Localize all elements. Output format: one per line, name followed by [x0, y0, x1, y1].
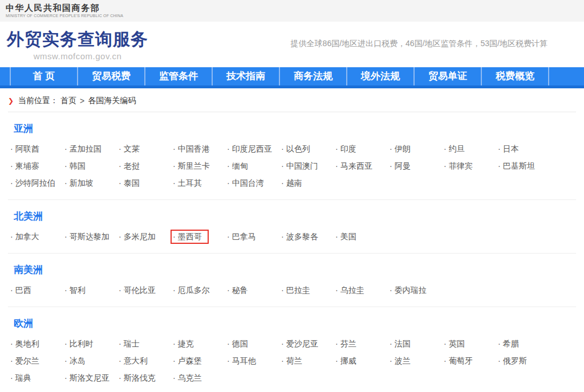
bullet-icon: ·: [64, 178, 67, 187]
country-link[interactable]: ·卢森堡: [171, 354, 209, 368]
country-link[interactable]: ·瑞典: [8, 371, 38, 385]
bullet-icon: ·: [173, 178, 176, 187]
country-link[interactable]: ·新加坡: [62, 176, 100, 190]
country-link[interactable]: ·柬埔寨: [8, 159, 46, 173]
country-link[interactable]: ·菲律宾: [441, 159, 480, 173]
nav-filler: [548, 67, 584, 85]
country-label: 墨西哥: [178, 232, 202, 241]
bullet-icon: ·: [227, 339, 230, 348]
country-link[interactable]: ·伊朗: [387, 142, 417, 156]
country-link[interactable]: ·冰岛: [62, 354, 92, 368]
country-link[interactable]: ·孟加拉国: [62, 142, 108, 156]
country-link[interactable]: ·荷兰: [279, 354, 309, 368]
breadcrumb-arrow-icon: ❯: [8, 97, 14, 105]
country-link[interactable]: ·巴西: [8, 283, 38, 297]
bullet-icon: ·: [335, 144, 338, 153]
country-list: ·巴西 ·智利 ·哥伦比亚 ·厄瓜多尔: [8, 283, 576, 297]
nav-item[interactable]: 监管条件: [144, 67, 212, 85]
bullet-icon: ·: [444, 356, 447, 365]
country-link[interactable]: ·秘鲁: [225, 283, 255, 297]
country-link[interactable]: ·泰国: [116, 176, 147, 190]
country-link[interactable]: ·巴拿马: [225, 230, 263, 244]
country-label: 乌克兰: [178, 373, 202, 382]
country-link[interactable]: ·委内瑞拉: [387, 283, 433, 297]
country-link[interactable]: ·巴基斯坦: [496, 159, 542, 173]
continent-section: 北美洲 ·加拿大 ·哥斯达黎加 ·多米尼加: [8, 199, 576, 253]
country-link[interactable]: ·马来西亚: [333, 159, 379, 173]
site-title[interactable]: 外贸实务查询服务: [7, 28, 148, 50]
nav-item[interactable]: 首 页: [10, 67, 77, 85]
country-link[interactable]: ·法国: [387, 337, 417, 351]
country-cell: ·智利: [62, 283, 116, 297]
bullet-icon: ·: [227, 161, 230, 170]
country-link[interactable]: ·英国: [441, 337, 472, 351]
country-link[interactable]: ·多米尼加: [116, 230, 163, 244]
country-link[interactable]: ·德国: [225, 337, 255, 351]
country-link[interactable]: ·中国澳门: [279, 159, 325, 173]
country-link[interactable]: ·捷克: [171, 337, 201, 351]
country-link[interactable]: ·韩国: [62, 159, 92, 173]
bullet-icon: ·: [10, 339, 13, 348]
country-link[interactable]: ·美国: [333, 230, 363, 244]
country-link[interactable]: ·老挝: [116, 159, 147, 173]
country-link[interactable]: ·约旦: [441, 142, 472, 156]
country-link[interactable]: ·中国台湾: [225, 176, 271, 190]
site-brand[interactable]: 外贸实务查询服务 wmsw.mofcom.gov.cn: [7, 28, 148, 61]
country-link[interactable]: ·斯洛伐克: [116, 371, 163, 385]
country-link[interactable]: ·波兰: [387, 354, 417, 368]
country-link[interactable]: ·爱尔兰: [8, 354, 46, 368]
bullet-icon: ·: [390, 285, 392, 295]
nav-item[interactable]: 贸易税费: [77, 67, 144, 85]
country-link[interactable]: ·爱沙尼亚: [279, 337, 325, 351]
country-link[interactable]: ·日本: [496, 142, 526, 156]
country-link[interactable]: ·阿曼: [387, 159, 417, 173]
country-link[interactable]: ·马耳他: [225, 354, 263, 368]
country-link[interactable]: ·葡萄牙: [441, 354, 480, 368]
country-link[interactable]: ·以色列: [279, 142, 317, 156]
country-link[interactable]: ·缅甸: [225, 159, 255, 173]
country-link[interactable]: ·加拿大: [8, 230, 46, 244]
country-link[interactable]: ·越南: [279, 176, 309, 190]
country-link[interactable]: ·斯洛文尼亚: [62, 371, 116, 385]
country-link[interactable]: ·乌克兰: [171, 371, 209, 385]
country-link[interactable]: ·俄罗斯: [496, 354, 534, 368]
country-link[interactable]: ·波多黎各: [279, 230, 325, 244]
country-link[interactable]: ·希腊: [496, 337, 526, 351]
country-link[interactable]: ·巴拉圭: [279, 283, 317, 297]
country-link[interactable]: ·哥伦比亚: [116, 283, 163, 297]
country-cell: ·缅甸: [225, 159, 279, 173]
country-label: 瑞士: [124, 339, 140, 348]
country-link[interactable]: ·芬兰: [333, 337, 363, 351]
nav-item[interactable]: 境外法规: [346, 67, 413, 85]
country-link[interactable]: ·意大利: [116, 354, 155, 368]
country-cell: ·中国香港: [171, 142, 225, 156]
country-link[interactable]: ·印度尼西亚: [225, 142, 279, 156]
country-cell: ·孟加拉国: [62, 142, 116, 156]
country-link[interactable]: ·墨西哥: [171, 230, 209, 244]
country-link[interactable]: ·挪威: [333, 354, 363, 368]
nav-item[interactable]: 技术指南: [212, 67, 279, 85]
bullet-icon: ·: [227, 144, 230, 153]
breadcrumb-home-link[interactable]: 首页: [60, 96, 76, 106]
country-link[interactable]: ·中国香港: [171, 142, 217, 156]
country-link[interactable]: ·阿联酋: [8, 142, 46, 156]
country-link[interactable]: ·文莱: [116, 142, 147, 156]
country-link[interactable]: ·土耳其: [171, 176, 209, 190]
bullet-icon: ·: [281, 144, 284, 153]
nav-item[interactable]: 税费概览: [481, 67, 548, 85]
country-link[interactable]: ·斯里兰卡: [171, 159, 217, 173]
country-link[interactable]: ·比利时: [62, 337, 100, 351]
country-link[interactable]: ·乌拉圭: [333, 283, 371, 297]
country-link[interactable]: ·哥斯达黎加: [62, 230, 116, 244]
country-link[interactable]: ·厄瓜多尔: [171, 283, 217, 297]
country-cell: ·印度: [333, 142, 387, 156]
country-link[interactable]: ·奥地利: [8, 337, 46, 351]
country-label: 土耳其: [178, 178, 202, 187]
nav-item[interactable]: 贸易单证: [413, 67, 481, 85]
country-label: 意大利: [124, 356, 148, 365]
country-link[interactable]: ·智利: [62, 283, 92, 297]
country-link[interactable]: ·印度: [333, 142, 363, 156]
nav-item[interactable]: 商务法规: [279, 67, 346, 85]
country-link[interactable]: ·瑞士: [116, 337, 147, 351]
country-link[interactable]: ·沙特阿拉伯: [8, 176, 62, 190]
